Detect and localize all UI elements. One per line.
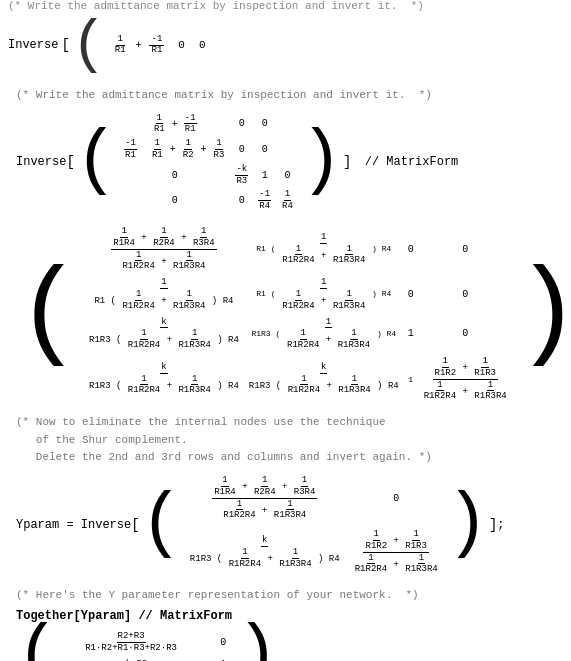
open-bracket-1: [ (61, 36, 69, 54)
final-paren-r: ) (236, 628, 279, 661)
page-container: (* Write the admittance matrix by inspec… (8, 83, 571, 661)
final-matrix: R2+R3 R1·R2+R1·R3+R2·R3 0 - k·R2 (R1·R2+… (59, 627, 235, 661)
inverse-keyword: Inverse (16, 155, 66, 169)
big-paren-close: ) (300, 133, 343, 191)
sq-open-2: [ (131, 517, 139, 533)
result-matrix-wrap: ( 1R1R4 + 1R2R4 + 1R3R4 1R1R2R4 + 1R1R3R… (16, 222, 563, 406)
yparam-lhs: Yparam = Inverse (16, 518, 131, 532)
sq-close: ] (343, 154, 351, 170)
admittance-matrix: 1R1 + -1R1 0 0 -1R1 1R1 + 1R2 + 1R3 0 0 (118, 109, 300, 216)
comment-yparam: (* Here's the Y parameter representation… (16, 587, 563, 605)
result-big-paren-r: ) (515, 274, 571, 353)
big-bracket-left-1: ( (71, 20, 107, 71)
inverse-expression: Inverse [ ( 1R1 + -1R1 0 0 (8, 18, 563, 73)
result-matrix: 1R1R4 + 1R2R4 + 1R3R4 1R1R2R4 + 1R1R3R4 … (82, 222, 515, 406)
big-paren-open: ( (75, 133, 118, 191)
comment-write-admittance: (* Write the admittance matrix by inspec… (16, 87, 563, 105)
final-paren-l: ( (16, 628, 59, 661)
yparam-paren-r: ) (446, 496, 489, 554)
yparam-paren-l: ( (140, 496, 183, 554)
semicolon: ; (497, 518, 504, 532)
sq-close-2: ] (489, 517, 497, 533)
inverse-matrixform-expr: Inverse [ ( 1R1 + -1R1 0 0 -1R1 1R1 + 1R… (16, 109, 563, 216)
inverse-label: Inverse (8, 38, 58, 54)
yparam-matrix: 1R1R4 + 1R2R4 + 1R3R4 1R1R2R4 + 1R1R3R4 … (183, 471, 446, 579)
comment-shur: (* Now to eliminate the internal nodes u… (16, 414, 563, 467)
matrixform-label: // MatrixForm (357, 155, 458, 169)
yparam-expr: Yparam = Inverse [ ( 1R1R4 + 1R2R4 + 1R3… (16, 471, 563, 579)
sq-open: [ (66, 154, 74, 170)
input-matrix: 1R1 + -1R1 0 0 (107, 31, 226, 60)
together-cmd: Together[Yparam] // MatrixForm (16, 609, 563, 623)
final-matrix-wrap: ( R2+R3 R1·R2+R1·R3+R2·R3 0 - k·R2 (R1·R… (16, 627, 563, 661)
result-big-paren-l: ( (16, 274, 82, 353)
